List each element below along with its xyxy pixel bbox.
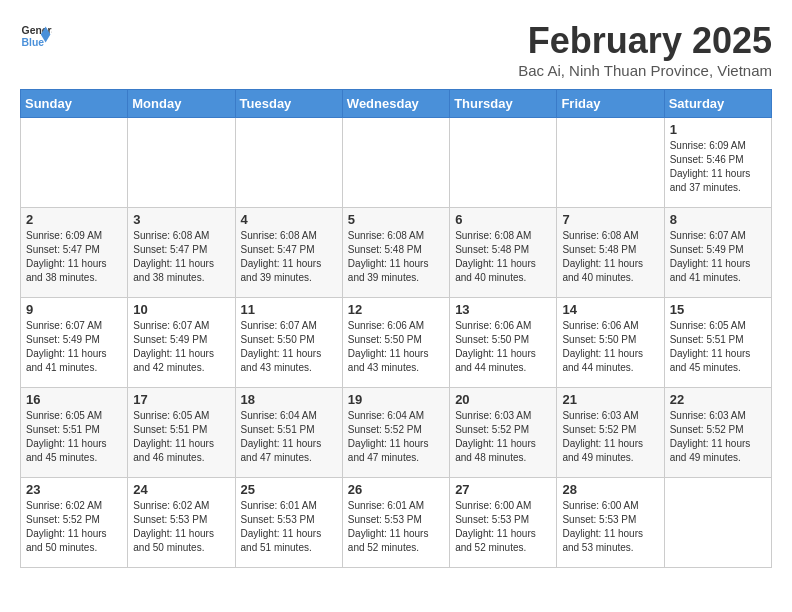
day-number: 15 [670,302,766,317]
day-info: Sunrise: 6:02 AM Sunset: 5:53 PM Dayligh… [133,499,229,555]
day-info: Sunrise: 6:00 AM Sunset: 5:53 PM Dayligh… [455,499,551,555]
day-number: 8 [670,212,766,227]
title-block: February 2025 Bac Ai, Ninh Thuan Provinc… [518,20,772,79]
calendar-cell: 26Sunrise: 6:01 AM Sunset: 5:53 PM Dayli… [342,478,449,568]
calendar-cell: 9Sunrise: 6:07 AM Sunset: 5:49 PM Daylig… [21,298,128,388]
day-info: Sunrise: 6:08 AM Sunset: 5:48 PM Dayligh… [348,229,444,285]
svg-text:Blue: Blue [22,37,45,48]
calendar-week-5: 23Sunrise: 6:02 AM Sunset: 5:52 PM Dayli… [21,478,772,568]
calendar-cell: 8Sunrise: 6:07 AM Sunset: 5:49 PM Daylig… [664,208,771,298]
calendar-cell: 10Sunrise: 6:07 AM Sunset: 5:49 PM Dayli… [128,298,235,388]
day-number: 2 [26,212,122,227]
day-info: Sunrise: 6:08 AM Sunset: 5:48 PM Dayligh… [562,229,658,285]
calendar-cell: 5Sunrise: 6:08 AM Sunset: 5:48 PM Daylig… [342,208,449,298]
weekday-header-friday: Friday [557,90,664,118]
day-info: Sunrise: 6:06 AM Sunset: 5:50 PM Dayligh… [348,319,444,375]
day-info: Sunrise: 6:01 AM Sunset: 5:53 PM Dayligh… [241,499,337,555]
calendar-cell [235,118,342,208]
calendar-cell: 27Sunrise: 6:00 AM Sunset: 5:53 PM Dayli… [450,478,557,568]
logo: General Blue [20,20,52,52]
day-info: Sunrise: 6:06 AM Sunset: 5:50 PM Dayligh… [562,319,658,375]
calendar-cell [450,118,557,208]
day-number: 6 [455,212,551,227]
day-number: 17 [133,392,229,407]
location: Bac Ai, Ninh Thuan Province, Vietnam [518,62,772,79]
day-number: 16 [26,392,122,407]
day-number: 5 [348,212,444,227]
calendar-cell: 19Sunrise: 6:04 AM Sunset: 5:52 PM Dayli… [342,388,449,478]
calendar-cell: 6Sunrise: 6:08 AM Sunset: 5:48 PM Daylig… [450,208,557,298]
day-number: 27 [455,482,551,497]
calendar-table: SundayMondayTuesdayWednesdayThursdayFrid… [20,89,772,568]
day-info: Sunrise: 6:08 AM Sunset: 5:47 PM Dayligh… [241,229,337,285]
calendar-cell: 16Sunrise: 6:05 AM Sunset: 5:51 PM Dayli… [21,388,128,478]
day-number: 22 [670,392,766,407]
calendar-cell: 14Sunrise: 6:06 AM Sunset: 5:50 PM Dayli… [557,298,664,388]
day-number: 24 [133,482,229,497]
weekday-header-wednesday: Wednesday [342,90,449,118]
calendar-cell: 20Sunrise: 6:03 AM Sunset: 5:52 PM Dayli… [450,388,557,478]
day-number: 7 [562,212,658,227]
day-info: Sunrise: 6:04 AM Sunset: 5:52 PM Dayligh… [348,409,444,465]
day-number: 3 [133,212,229,227]
day-number: 20 [455,392,551,407]
day-info: Sunrise: 6:08 AM Sunset: 5:48 PM Dayligh… [455,229,551,285]
day-number: 14 [562,302,658,317]
page-header: General Blue February 2025 Bac Ai, Ninh … [20,20,772,79]
calendar-cell: 21Sunrise: 6:03 AM Sunset: 5:52 PM Dayli… [557,388,664,478]
day-info: Sunrise: 6:08 AM Sunset: 5:47 PM Dayligh… [133,229,229,285]
calendar-cell [664,478,771,568]
calendar-cell: 7Sunrise: 6:08 AM Sunset: 5:48 PM Daylig… [557,208,664,298]
calendar-cell [21,118,128,208]
calendar-cell: 23Sunrise: 6:02 AM Sunset: 5:52 PM Dayli… [21,478,128,568]
day-info: Sunrise: 6:07 AM Sunset: 5:49 PM Dayligh… [133,319,229,375]
calendar-cell: 28Sunrise: 6:00 AM Sunset: 5:53 PM Dayli… [557,478,664,568]
calendar-cell: 18Sunrise: 6:04 AM Sunset: 5:51 PM Dayli… [235,388,342,478]
day-info: Sunrise: 6:05 AM Sunset: 5:51 PM Dayligh… [26,409,122,465]
calendar-week-4: 16Sunrise: 6:05 AM Sunset: 5:51 PM Dayli… [21,388,772,478]
weekday-header-thursday: Thursday [450,90,557,118]
calendar-week-3: 9Sunrise: 6:07 AM Sunset: 5:49 PM Daylig… [21,298,772,388]
day-number: 25 [241,482,337,497]
day-info: Sunrise: 6:05 AM Sunset: 5:51 PM Dayligh… [133,409,229,465]
calendar-cell: 4Sunrise: 6:08 AM Sunset: 5:47 PM Daylig… [235,208,342,298]
calendar-cell: 17Sunrise: 6:05 AM Sunset: 5:51 PM Dayli… [128,388,235,478]
weekday-header-monday: Monday [128,90,235,118]
calendar-week-2: 2Sunrise: 6:09 AM Sunset: 5:47 PM Daylig… [21,208,772,298]
day-info: Sunrise: 6:09 AM Sunset: 5:46 PM Dayligh… [670,139,766,195]
day-number: 11 [241,302,337,317]
month-year: February 2025 [518,20,772,62]
day-info: Sunrise: 6:01 AM Sunset: 5:53 PM Dayligh… [348,499,444,555]
calendar-cell: 3Sunrise: 6:08 AM Sunset: 5:47 PM Daylig… [128,208,235,298]
day-info: Sunrise: 6:03 AM Sunset: 5:52 PM Dayligh… [455,409,551,465]
day-info: Sunrise: 6:05 AM Sunset: 5:51 PM Dayligh… [670,319,766,375]
calendar-cell: 1Sunrise: 6:09 AM Sunset: 5:46 PM Daylig… [664,118,771,208]
calendar-header: SundayMondayTuesdayWednesdayThursdayFrid… [21,90,772,118]
day-info: Sunrise: 6:06 AM Sunset: 5:50 PM Dayligh… [455,319,551,375]
day-info: Sunrise: 6:03 AM Sunset: 5:52 PM Dayligh… [562,409,658,465]
day-number: 12 [348,302,444,317]
day-number: 13 [455,302,551,317]
day-info: Sunrise: 6:00 AM Sunset: 5:53 PM Dayligh… [562,499,658,555]
day-number: 9 [26,302,122,317]
logo-icon: General Blue [20,20,52,52]
calendar-cell [342,118,449,208]
day-info: Sunrise: 6:04 AM Sunset: 5:51 PM Dayligh… [241,409,337,465]
weekday-header-sunday: Sunday [21,90,128,118]
calendar-cell [557,118,664,208]
calendar-cell: 2Sunrise: 6:09 AM Sunset: 5:47 PM Daylig… [21,208,128,298]
calendar-cell: 22Sunrise: 6:03 AM Sunset: 5:52 PM Dayli… [664,388,771,478]
day-number: 18 [241,392,337,407]
day-number: 19 [348,392,444,407]
day-number: 1 [670,122,766,137]
calendar-cell: 15Sunrise: 6:05 AM Sunset: 5:51 PM Dayli… [664,298,771,388]
calendar-cell: 13Sunrise: 6:06 AM Sunset: 5:50 PM Dayli… [450,298,557,388]
day-info: Sunrise: 6:02 AM Sunset: 5:52 PM Dayligh… [26,499,122,555]
day-info: Sunrise: 6:03 AM Sunset: 5:52 PM Dayligh… [670,409,766,465]
day-info: Sunrise: 6:09 AM Sunset: 5:47 PM Dayligh… [26,229,122,285]
calendar-body: 1Sunrise: 6:09 AM Sunset: 5:46 PM Daylig… [21,118,772,568]
calendar-cell: 12Sunrise: 6:06 AM Sunset: 5:50 PM Dayli… [342,298,449,388]
weekday-header-saturday: Saturday [664,90,771,118]
calendar-cell [128,118,235,208]
weekday-header-tuesday: Tuesday [235,90,342,118]
